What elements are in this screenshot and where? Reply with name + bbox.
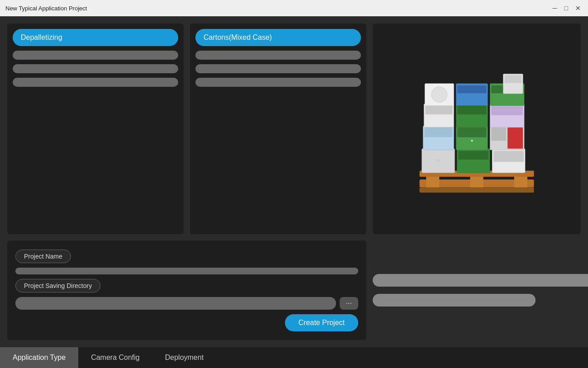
tab-bar: Application Type Camera Config Deploymen… xyxy=(0,347,588,368)
svg-point-27 xyxy=(432,87,447,103)
svg-rect-25 xyxy=(491,105,523,115)
svg-rect-4 xyxy=(514,175,527,187)
svg-rect-18 xyxy=(507,127,523,149)
bottom-section: Project Name Project Saving Directory ··… xyxy=(7,241,581,340)
cartons-option-2[interactable] xyxy=(195,64,361,73)
svg-rect-2 xyxy=(426,175,439,187)
project-directory-input[interactable] xyxy=(15,297,336,310)
left-panels: Depalletizing Cartons(Mixed Case) xyxy=(7,24,366,234)
restore-button[interactable]: □ xyxy=(563,5,570,12)
gray-bar-2 xyxy=(373,294,536,307)
cartons-option-3[interactable] xyxy=(195,78,361,87)
project-name-input[interactable] xyxy=(15,268,358,274)
svg-rect-19 xyxy=(491,127,506,141)
main-content: Depalletizing Cartons(Mixed Case) xyxy=(0,16,588,347)
pallet-image-panel: □ ■ xyxy=(373,24,581,234)
tab-deployment[interactable]: Deployment xyxy=(152,347,216,368)
depalletizing-option-3[interactable] xyxy=(13,78,178,87)
svg-rect-23 xyxy=(457,105,486,114)
svg-rect-29 xyxy=(457,85,486,94)
svg-rect-9 xyxy=(458,151,488,160)
svg-rect-3 xyxy=(470,175,483,187)
svg-text:■: ■ xyxy=(471,138,473,143)
svg-rect-15 xyxy=(457,127,486,137)
tab-application-type[interactable]: Application Type xyxy=(0,347,78,368)
right-bottom-panel xyxy=(373,241,581,340)
window-controls: ─ □ ✕ xyxy=(551,5,583,12)
svg-rect-1 xyxy=(420,187,534,193)
window-title: New Typical Application Project xyxy=(5,5,87,12)
svg-rect-13 xyxy=(424,127,452,137)
svg-text:□: □ xyxy=(437,159,439,163)
project-name-label: Project Name xyxy=(15,250,71,263)
project-directory-label: Project Saving Directory xyxy=(15,279,100,293)
directory-row: ··· xyxy=(15,297,358,310)
cartons-button[interactable]: Cartons(Mixed Case) xyxy=(195,29,361,46)
tab-camera-config[interactable]: Camera Config xyxy=(78,347,152,368)
svg-rect-11 xyxy=(493,151,524,162)
form-panel: Project Name Project Saving Directory ··… xyxy=(7,241,366,340)
depalletizing-button[interactable]: Depalletizing xyxy=(13,29,178,46)
gray-bar-1 xyxy=(373,274,588,287)
svg-rect-33 xyxy=(504,75,522,83)
title-bar: New Typical Application Project ─ □ ✕ xyxy=(0,0,588,16)
svg-rect-21 xyxy=(425,105,452,114)
browse-button[interactable]: ··· xyxy=(340,297,358,310)
depalletizing-option-1[interactable] xyxy=(13,51,178,60)
close-button[interactable]: ✕ xyxy=(574,5,583,12)
cartons-option-1[interactable] xyxy=(195,51,361,60)
top-section: Depalletizing Cartons(Mixed Case) xyxy=(7,24,581,234)
depalletizing-option-2[interactable] xyxy=(13,64,178,73)
minimize-button[interactable]: ─ xyxy=(551,5,559,12)
depalletizing-panel: Depalletizing xyxy=(7,24,184,234)
cartons-panel: Cartons(Mixed Case) xyxy=(190,24,366,234)
pallet-illustration: □ ■ xyxy=(391,47,563,210)
create-project-button[interactable]: Create Project xyxy=(285,314,358,331)
